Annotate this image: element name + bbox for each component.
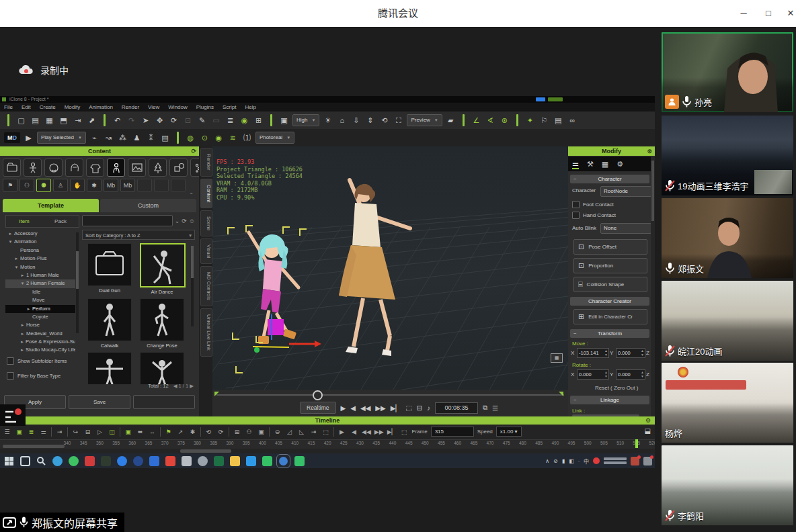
tree-item-motion-plus[interactable]: ►Motion-Plus xyxy=(5,255,75,263)
add-icon[interactable]: ⊞ xyxy=(253,115,264,126)
save-button[interactable]: Save xyxy=(69,395,130,409)
cloth-icon[interactable] xyxy=(86,159,104,177)
participant-tile-2[interactable]: 19动画三维李浩宇 xyxy=(662,116,793,195)
fast-forward-button[interactable]: ▶▶ xyxy=(375,404,385,412)
metahuman-icon[interactable]: Mb xyxy=(120,179,135,192)
app-dark-icon[interactable] xyxy=(101,456,111,466)
fit-icon[interactable]: ⛶ xyxy=(393,115,404,126)
timeline-tool-icon[interactable]: ◺ xyxy=(297,429,306,435)
menu-edit[interactable]: Edit xyxy=(22,104,31,110)
side-tab-content[interactable]: Content xyxy=(200,179,212,208)
timeline-gear-icon[interactable]: ⚙ xyxy=(645,416,651,425)
paint-icon[interactable]: ◍ xyxy=(185,132,196,144)
smart-gallery-icon[interactable]: ☺ xyxy=(189,218,195,224)
rotate-icon[interactable]: ⟳ xyxy=(168,115,180,126)
particles-icon[interactable]: ⁂ xyxy=(117,132,128,144)
folder-icon[interactable] xyxy=(230,456,240,466)
app-blue-icon[interactable] xyxy=(149,456,159,466)
timeline-playhead[interactable] xyxy=(635,439,638,448)
comment-button[interactable]: ⊟ xyxy=(417,404,422,412)
viewport-3d[interactable]: FPS : 23.93 Project Triangle : 106626Sel… xyxy=(212,146,568,390)
sort-dropdown[interactable]: Sort by Category : A to Z ▾ xyxy=(82,230,195,240)
frame-input[interactable]: 315 xyxy=(431,427,474,437)
active-app-icon[interactable] xyxy=(278,456,288,466)
tree-item-motion[interactable]: ▼Motion xyxy=(5,263,75,271)
play-circle-icon[interactable]: ▶ xyxy=(23,132,34,144)
menu-view[interactable]: View xyxy=(148,104,159,110)
panel-refresh-icon[interactable]: ⟳ xyxy=(191,146,196,156)
side-tab-md-controls[interactable]: MD Controls xyxy=(200,266,212,306)
motion-live-logo[interactable] xyxy=(0,404,26,426)
app-navy-icon[interactable] xyxy=(133,456,143,466)
screen-icon[interactable]: ⬒ xyxy=(58,115,69,126)
photoreal-dropdown[interactable]: Photoreal▼ xyxy=(255,132,294,144)
scale-icon[interactable]: ⊡ xyxy=(182,115,194,126)
timeline-tool-icon[interactable]: ☰ xyxy=(3,429,11,435)
new-icon[interactable]: ▢ xyxy=(15,115,27,126)
playback-slider-track[interactable] xyxy=(216,394,564,396)
next-frame-button[interactable]: ▶▏ xyxy=(391,404,401,412)
track-header-scrollbar[interactable] xyxy=(3,445,65,448)
participant-tile-1[interactable]: 孙亮 xyxy=(662,32,793,112)
content-item-tpose[interactable] xyxy=(87,352,132,384)
content-filter-icon[interactable]: ⚇ xyxy=(19,179,34,192)
curve-icon[interactable]: ↝ xyxy=(103,132,114,144)
tree-expand-icon[interactable]: ► xyxy=(20,346,24,354)
tray-icon[interactable]: ◧ xyxy=(569,458,574,464)
list-button[interactable]: ☰ xyxy=(492,404,498,412)
search-icon[interactable] xyxy=(36,456,46,466)
timeline-tool-icon[interactable]: ⬚ xyxy=(321,429,330,435)
content-item-armsup[interactable] xyxy=(140,352,184,384)
participant-tile-5[interactable]: 杨烨 xyxy=(662,363,793,443)
refresh-icon[interactable]: ⟳ xyxy=(182,218,187,224)
participant-tile-3[interactable]: 郑振文 xyxy=(662,198,793,278)
timeline-tool-icon[interactable]: ▶▶ xyxy=(374,429,384,435)
angle-b-icon[interactable]: ∢ xyxy=(485,115,496,126)
timeline-tool-icon[interactable]: ⚇ xyxy=(245,429,253,435)
head-icon[interactable] xyxy=(44,159,63,177)
visibility-icon[interactable]: ◉ xyxy=(239,115,250,126)
tree-expand-icon[interactable]: ▼ xyxy=(20,279,25,287)
tray-icon[interactable]: ∙ xyxy=(578,458,580,464)
rotate-x-input[interactable]: 0.000▲▼ xyxy=(577,369,609,380)
timeline-tool-icon[interactable]: ◿ xyxy=(285,429,294,435)
tree-expand-icon[interactable]: ► xyxy=(20,338,24,346)
actor-icon[interactable] xyxy=(24,159,42,177)
copy-button[interactable]: ⧉ xyxy=(483,404,487,412)
board-icon[interactable]: ▤ xyxy=(159,132,171,144)
timeline-scrollbar[interactable] xyxy=(180,449,231,453)
tree-item-studio-mocap-city-life[interactable]: ►Studio Mocap-City Life xyxy=(5,346,75,354)
tree-expand-icon[interactable]: ► xyxy=(20,271,25,279)
side-tab-render[interactable]: Render xyxy=(200,148,212,177)
save-icon[interactable]: ▦ xyxy=(44,115,55,126)
timeline-tool-icon[interactable]: ◀ xyxy=(350,429,358,435)
notification-icon[interactable] xyxy=(631,457,639,466)
content-filter-icon[interactable]: ✱ xyxy=(87,179,102,192)
timeline-tool-icon[interactable]: ↔ xyxy=(148,429,157,435)
zoom-icon[interactable]: ⊙ xyxy=(199,132,210,144)
tree-expand-icon[interactable]: ► xyxy=(8,230,13,238)
tree-expand-icon[interactable]: ► xyxy=(14,255,19,263)
tray-icon[interactable]: 中 xyxy=(584,457,589,465)
group-icon[interactable]: ⁑ xyxy=(145,132,157,144)
speed-dropdown[interactable]: x1.00 ▾ xyxy=(496,427,522,437)
tree-item-pose-expression-sup-[interactable]: ►Pose & Expression-Sup... xyxy=(5,338,75,346)
tree-icon[interactable] xyxy=(149,159,167,177)
section-linkage[interactable]: −Linkage xyxy=(570,396,649,404)
quark-icon[interactable] xyxy=(117,456,127,466)
flag-icon[interactable]: ⚐ xyxy=(539,115,550,126)
tab-pack[interactable]: Pack xyxy=(42,216,79,227)
play-button[interactable]: ▶ xyxy=(341,404,346,412)
link-icon[interactable]: ∞ xyxy=(567,115,578,126)
tray-icon[interactable]: ▮ xyxy=(562,458,565,464)
close-button[interactable]: ✕ xyxy=(779,0,796,27)
tray-icon[interactable]: ∧ xyxy=(545,458,549,464)
side-tab-scene[interactable]: Scene xyxy=(200,210,212,236)
edit-in-character-creator-button[interactable]: ⊞ Edit in Character Cr xyxy=(573,309,647,324)
side-tab-unreal-live-link[interactable]: Unreal Live Link xyxy=(200,308,212,357)
grid-scrollbar[interactable] xyxy=(191,246,194,326)
timeline-tool-icon[interactable]: ⇥ xyxy=(309,429,318,435)
frame-one-icon[interactable]: ⑴ xyxy=(241,132,253,144)
character-woman[interactable] xyxy=(301,177,442,379)
tree-item-accessory[interactable]: ►Accessory xyxy=(5,230,75,238)
